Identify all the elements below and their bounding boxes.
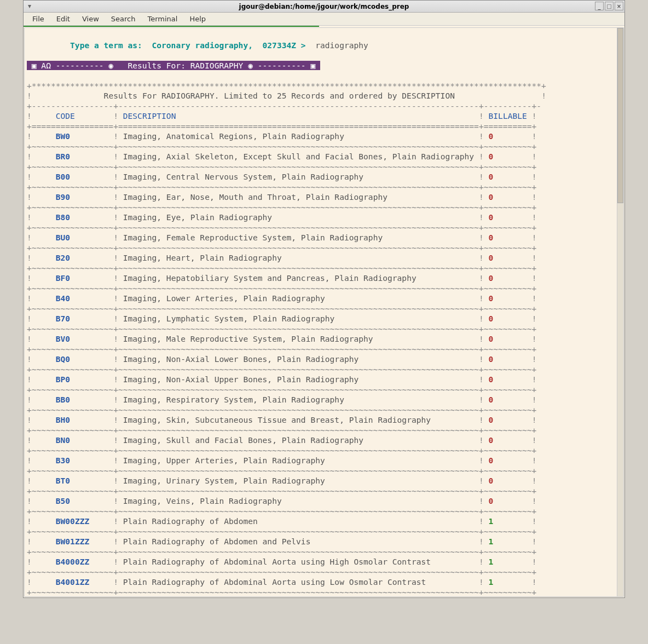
window-title: jgour@debian:/home/jgour/work/mcodes_pre… <box>239 3 409 10</box>
maximize-button[interactable]: □ <box>605 2 614 10</box>
terminal-window: ▾ jgour@debian:/home/jgour/work/mcodes_p… <box>23 0 625 598</box>
close-button[interactable]: × <box>615 2 623 10</box>
terminal-content[interactable]: Type a term as: Coronary radiography, 02… <box>24 27 624 597</box>
menu-terminal[interactable]: Terminal <box>142 14 183 24</box>
window-titlebar[interactable]: ▾ jgour@debian:/home/jgour/work/mcodes_p… <box>24 1 624 13</box>
window-controls: _ □ × <box>595 2 623 10</box>
menu-help[interactable]: Help <box>184 14 211 24</box>
scrollbar[interactable] <box>617 28 623 596</box>
active-tab-indicator <box>24 26 319 27</box>
scrollbar-thumb[interactable] <box>617 28 623 203</box>
window-menu-icon[interactable]: ▾ <box>26 2 33 10</box>
menubar: File Edit View Search Terminal Help <box>24 13 624 26</box>
minimize-button[interactable]: _ <box>595 2 604 10</box>
menu-file[interactable]: File <box>27 14 50 24</box>
menu-edit[interactable]: Edit <box>51 14 76 24</box>
menu-view[interactable]: View <box>77 14 105 24</box>
menu-search[interactable]: Search <box>106 14 141 24</box>
